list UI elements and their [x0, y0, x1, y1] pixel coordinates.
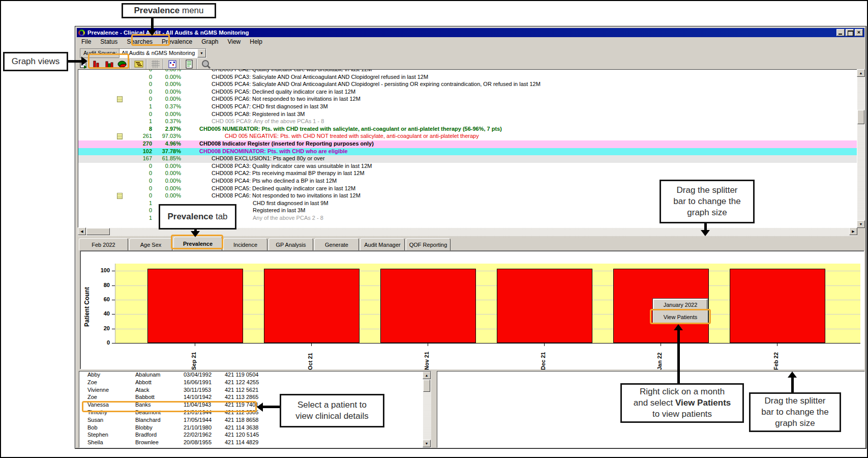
minimize-button[interactable] [836, 29, 845, 36]
mesh-icon[interactable] [149, 59, 161, 70]
maximize-button[interactable] [846, 29, 854, 36]
audit-row[interactable]: 00.00%CHD005 PCA4: Salicylate AND Oral A… [78, 81, 857, 89]
patient-row[interactable]: StephenBradford22/02/1962421 120 5145 [79, 432, 431, 439]
audit-row[interactable]: 10.37%CHD 005 PCA9: Any of the above PCA… [78, 118, 857, 126]
scroll-down-icon[interactable]: ▼ [857, 220, 865, 228]
y-tick [112, 271, 115, 271]
patient-dob: 03/04/1992 [184, 371, 212, 378]
gantt-chart-icon[interactable] [133, 59, 144, 70]
audit-row[interactable]: 26197.03%CHD 005 NEGATIVE: Pts. with CHD… [78, 133, 857, 140]
y-tick [112, 314, 115, 314]
patient-list-vscrollbar[interactable]: ▲ ▼ [423, 371, 431, 447]
audit-description: CHD005 PCA5: Declined quality indicator … [212, 89, 355, 95]
audit-row[interactable]: 00.00%CHD005 PCA8: Registered in last 3M [78, 111, 857, 119]
callout-graph-views: Graph views [3, 52, 68, 71]
x-axis-line [115, 343, 860, 343]
x-tick [777, 343, 777, 346]
toolbar-separator [146, 59, 147, 69]
audit-row[interactable]: 00.00%CHD005 PCA3: Salicylate AND Oral A… [78, 74, 857, 81]
audit-row[interactable]: 00.00%CHD008 PCA2: Pts receiving maximal… [78, 170, 857, 178]
chart-bar[interactable] [147, 269, 243, 343]
patient-first-name: Zoe [87, 394, 97, 400]
menu-view[interactable]: View [223, 38, 245, 46]
patient-phone: 421 114 4829 [225, 439, 258, 445]
audit-row[interactable]: 82.97%CHD005 NUMERATOR: Pts. with CHD tr… [78, 126, 857, 133]
y-axis-label: 40 [87, 310, 110, 317]
scrollbar-thumb[interactable] [86, 228, 110, 235]
menu-graph[interactable]: Graph [197, 38, 223, 46]
chart-bar[interactable] [380, 269, 476, 343]
audit-percent: 4.96% [156, 140, 181, 147]
scroll-up-icon[interactable]: ▲ [857, 69, 865, 77]
audit-percent: 0.00% [156, 192, 181, 198]
chart-bar[interactable] [264, 269, 360, 343]
tab-qof-reporting[interactable]: QOF Reporting [406, 238, 451, 250]
audit-description: CHD005 PCA8: Registered in last 3M [212, 111, 305, 117]
audit-source-value: All Audits & nGMS Monitoring [122, 50, 195, 56]
audit-description: CHD008 Indicator Register (inserted for … [199, 140, 374, 147]
audit-list-vscrollbar[interactable]: ▲ ▼ [857, 69, 865, 228]
patient-row[interactable]: SheilaBrownlee20/08/1955421 114 4829 [79, 439, 431, 447]
scroll-right-icon[interactable]: ▶ [849, 227, 857, 235]
audit-count: 1 [106, 215, 152, 221]
audit-row[interactable]: 2704.96%CHD008 Indicator Register (inser… [78, 140, 857, 148]
audit-row[interactable]: 00.00%CHD005 PCA6: Not responded to two … [78, 96, 857, 103]
tab-audit-manager[interactable]: Audit Manager [360, 238, 405, 250]
audit-row[interactable]: 00.00%CHD008 PCA3: Quality indicator car… [78, 163, 857, 170]
x-tick [661, 343, 661, 346]
tab-generate[interactable]: Generate [314, 238, 359, 250]
audit-row[interactable]: 16761.85%CHD008 EXCLUSION1: Pts aged 80y… [78, 155, 857, 163]
audit-description: CHD first diagnosed in last 9M [253, 200, 328, 206]
audit-percent: 61.85% [156, 155, 181, 161]
patient-first-name: Zoe [87, 379, 97, 385]
zoom-chart-icon[interactable] [200, 59, 212, 70]
scatter-chart-icon[interactable] [166, 59, 178, 70]
patient-phone: 421 113 2865 [225, 394, 258, 400]
chart-bar[interactable] [497, 269, 592, 343]
patient-dob: 22/02/1962 [184, 432, 212, 438]
menu-help[interactable]: Help [245, 38, 267, 46]
audit-source-combobox[interactable]: All Audits & nGMS Monitoring ▼ [119, 48, 206, 58]
tab-gp-analysis[interactable]: GP Analysis [268, 238, 313, 250]
audit-count: 1 [106, 200, 152, 206]
chevron-down-icon[interactable]: ▼ [197, 49, 206, 58]
audit-count: 0 [106, 89, 152, 95]
patient-dob: 17/05/1944 [184, 417, 212, 423]
y-tick [112, 343, 115, 343]
scrollbar-corner [857, 228, 865, 236]
menu-file[interactable]: File [77, 38, 96, 46]
menu-status[interactable]: Status [96, 38, 122, 46]
scrollbar-thumb[interactable] [857, 110, 864, 124]
scroll-up-icon[interactable]: ▲ [423, 371, 431, 379]
patient-first-name: Sheila [87, 439, 103, 445]
audit-description: CHD005 PCA7: CHD first diagnosed in last… [212, 103, 328, 109]
audit-row[interactable]: 00.00%CHD005 PCA5: Declined quality indi… [78, 89, 857, 96]
vertical-splitter-bar[interactable] [431, 371, 437, 448]
close-button[interactable] [855, 29, 863, 36]
audit-row[interactable]: 10.37%CHD005 PCA7: CHD first diagnosed i… [78, 103, 857, 111]
tab-feb-2022[interactable]: Feb 2022 [79, 238, 128, 250]
audit-percent: 0.00% [156, 178, 181, 184]
x-axis-label: Jan 22 [656, 347, 665, 370]
audit-percent: 2.97% [156, 126, 181, 132]
patient-dob: 14/10/1942 [184, 394, 212, 400]
audit-count: 0 [106, 96, 152, 102]
patient-row[interactable]: ZoeAbbott16/06/1991421 122 4255 [79, 379, 431, 387]
audit-percent: 37.78% [156, 148, 181, 154]
scroll-down-icon[interactable]: ▼ [423, 440, 431, 447]
audit-row[interactable]: 00.00%CHD005 PCA2: Quality indicator car… [78, 69, 857, 74]
scroll-left-icon[interactable]: ◀ [78, 227, 86, 235]
scrollbar-thumb[interactable] [423, 380, 430, 392]
patient-row[interactable]: AbbyAbalunam03/04/1992421 119 0504 [79, 371, 431, 379]
audit-description: Any of the above PCAs 2 - 8 [253, 215, 323, 221]
report-icon[interactable] [183, 59, 195, 70]
audit-description: CHD005 PCA3: Salicylate AND Oral Anticoa… [212, 74, 428, 80]
tab-incidence[interactable]: Incidence [223, 238, 267, 250]
tab-age-sex[interactable]: Age Sex [129, 238, 172, 250]
chart-bar[interactable] [730, 269, 825, 343]
audit-row[interactable]: 10237.78%CHD008 DENOMINATOR: Pts. with C… [78, 148, 857, 156]
scrollbar-track[interactable] [857, 69, 865, 228]
audit-count: 270 [106, 140, 152, 147]
y-tick [112, 300, 115, 300]
patient-row[interactable]: VivienneAtack30/11/1953421 112 5621 [79, 387, 431, 394]
